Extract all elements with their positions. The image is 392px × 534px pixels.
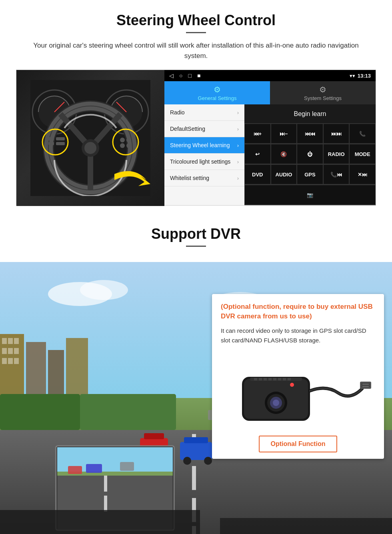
tab-system-settings[interactable]: ⚙ System Settings [270,81,376,104]
svg-point-27 [80,280,128,300]
next-button[interactable]: ⏭⏭ [323,124,350,144]
svg-rect-37 [8,338,13,344]
svg-rect-80 [268,378,272,380]
svg-rect-65 [104,476,107,492]
steering-photo [16,70,164,206]
title-divider [186,32,206,33]
svg-point-57 [204,457,212,465]
svg-rect-42 [2,358,7,364]
dvr-description: It can record video only to storage in G… [221,326,375,345]
dvr-title: Support DVR [0,226,392,242]
dvr-camera-image [221,351,375,431]
status-bar: ◁ ○ □ ■ ▾▾ 13:13 [164,70,376,81]
vol-down-button[interactable]: ⏭− [271,124,297,144]
prev-button[interactable]: ⏮⏮ [297,124,323,144]
mode-button[interactable]: MODE [349,144,376,164]
menu-item-whitelist-label: Whitelist setting [170,175,209,181]
section-subtitle: Your original car's steering wheel contr… [26,40,366,61]
status-time: 13:13 [358,73,371,79]
svg-rect-78 [259,378,262,380]
svg-rect-17 [48,142,54,145]
svg-rect-82 [278,378,281,380]
menu-item-tricolour[interactable]: Tricoloured light settings › [164,154,244,170]
menu-buttons-area: Radio › DefaultSetting › Steering Wheel … [164,104,376,205]
camera-button[interactable]: 📷 [244,185,376,205]
menu-item-radio[interactable]: Radio › [164,104,244,121]
menu-icon[interactable]: ■ [197,72,200,79]
svg-rect-47 [66,338,88,398]
svg-rect-41 [14,348,19,354]
optional-function-button[interactable]: Optional Function [259,436,338,452]
svg-rect-69 [120,462,134,471]
svg-rect-77 [254,378,257,380]
begin-learn-button[interactable]: Begin learn [286,107,334,121]
control-buttons-row1: ⏮+ ⏭− ⏮⏮ ⏭⏭ 📞 [244,124,376,144]
button-grid: Begin learn ⏮+ ⏭− ⏮⏮ ⏭⏭ 📞 ↩ 🔇 ⏻ [244,104,376,205]
svg-point-21 [120,138,125,142]
phone-prev-button[interactable]: 📞⏮ [323,164,350,184]
svg-rect-44 [14,358,19,364]
hangup-button[interactable]: ↩ [244,144,271,164]
svg-point-88 [273,400,279,406]
svg-point-23 [120,143,125,148]
home-icon[interactable]: ○ [179,72,182,79]
phone-button[interactable]: 📞 [349,124,376,144]
svg-rect-68 [86,464,102,473]
dvr-title-area: Support DVR [0,214,392,262]
dvr-info-box: (Optional function, require to buy exter… [212,294,384,459]
svg-rect-48 [80,394,176,430]
steering-demo: ◁ ○ □ ■ ▾▾ 13:13 ⚙ General Settings ⚙ [16,70,376,206]
dvr-section: Support DVR [0,214,392,534]
android-panel: ◁ ○ □ ■ ▾▾ 13:13 ⚙ General Settings ⚙ [164,70,376,205]
svg-rect-92 [362,384,369,385]
dvr-background: (Optional function, require to buy exter… [0,262,392,534]
tab-bar: ⚙ General Settings ⚙ System Settings [164,81,376,104]
dvr-optional-title: (Optional function, require to buy exter… [221,302,375,321]
svg-rect-93 [362,386,369,387]
chevron-icon: › [237,175,239,181]
menu-item-defaultsetting[interactable]: DefaultSetting › [164,121,244,137]
chevron-icon: › [237,142,239,148]
menu-item-steering-wheel[interactable]: Steering Wheel learning › [164,137,244,154]
tab-general-label: General Settings [198,95,237,101]
svg-rect-67 [68,466,82,474]
menu-item-steering-label: Steering Wheel learning [170,142,230,148]
svg-rect-81 [273,378,276,380]
dvr-title-divider [186,246,206,247]
back-icon[interactable]: ◁ [169,72,174,79]
svg-rect-32 [192,466,196,490]
tab-general-settings[interactable]: ⚙ General Settings [164,81,270,104]
svg-point-89 [290,383,294,387]
menu-item-tricolour-label: Tricoloured light settings [170,158,230,165]
svg-rect-18 [56,137,65,140]
steering-section: Steering Wheel Control Your original car… [0,0,392,214]
svg-rect-16 [48,137,54,140]
menu-item-whitelist[interactable]: Whitelist setting › [164,170,244,186]
control-buttons-row3: DVD AUDIO GPS 📞⏮ ✕⏭ [244,164,376,185]
svg-rect-66 [104,496,107,512]
svg-rect-39 [2,348,7,354]
dvd-button[interactable]: DVD [244,164,271,184]
svg-rect-49 [0,394,80,430]
recents-icon[interactable]: □ [188,72,191,79]
mute-button[interactable]: 🔇 [271,144,297,164]
chevron-icon: › [237,159,239,165]
svg-point-22 [126,138,131,142]
settings-gear-icon: ⚙ [214,85,221,94]
gps-button[interactable]: GPS [297,164,323,184]
control-buttons-row2: ↩ 🔇 ⏻ RADIO MODE [244,144,376,164]
dvr-camera-svg [222,353,374,429]
nav-icons: ◁ ○ □ ■ [169,72,200,79]
svg-rect-83 [283,378,286,380]
svg-point-14 [84,142,96,154]
power-button[interactable]: ⏻ [297,144,323,164]
chevron-icon: › [237,126,239,132]
svg-rect-45 [26,342,46,398]
tab-system-label: System Settings [304,95,342,101]
radio-button[interactable]: RADIO [323,144,350,164]
audio-button[interactable]: AUDIO [271,164,297,184]
vol-up-button[interactable]: ⏮+ [244,124,271,144]
chevron-icon: › [237,110,239,116]
status-icons: ▾▾ 13:13 [350,73,371,79]
x-next-button[interactable]: ✕⏭ [349,164,376,184]
